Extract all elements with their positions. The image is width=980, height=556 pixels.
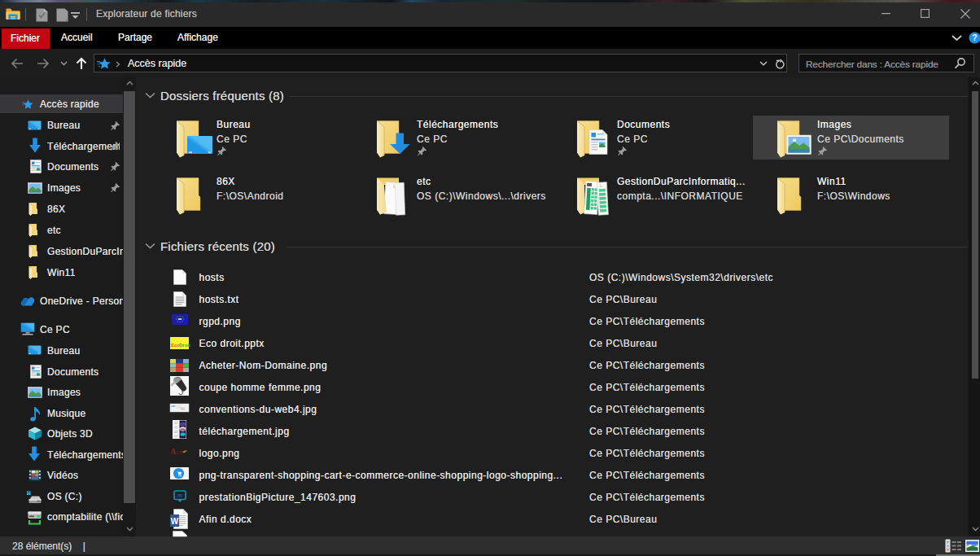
svg-text:?: ? [972,33,977,42]
svg-text:Droit: Droit [179,343,190,348]
svg-text:W: W [171,517,179,526]
svg-text:m: m [177,493,182,498]
